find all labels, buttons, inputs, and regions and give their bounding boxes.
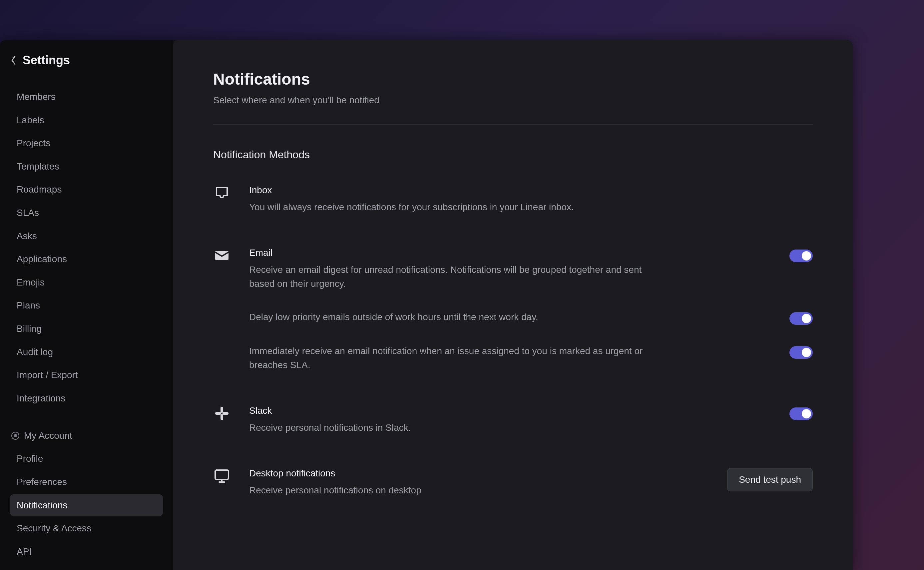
- method-slack: Slack Receive personal notifications in …: [213, 405, 813, 435]
- toggle-slack[interactable]: [789, 408, 813, 420]
- svg-rect-3: [215, 412, 221, 415]
- sidebar-item-preferences[interactable]: Preferences: [10, 471, 163, 493]
- sidebar-item-plans[interactable]: Plans: [10, 294, 163, 317]
- sidebar-item-slas[interactable]: SLAs: [10, 202, 163, 224]
- sidebar-header: Settings: [10, 53, 163, 67]
- method-desktop: Desktop notifications Receive personal n…: [213, 468, 813, 497]
- sidebar-item-integrations[interactable]: Integrations: [10, 388, 163, 409]
- method-email-urgent-desc: Immediately receive an email notificatio…: [249, 344, 669, 372]
- sidebar-item-billing[interactable]: Billing: [10, 318, 163, 340]
- toggle-email-digest[interactable]: [789, 250, 813, 262]
- inbox-icon: [213, 185, 231, 202]
- email-icon: [213, 248, 231, 265]
- section-heading: Notification Methods: [213, 149, 813, 161]
- method-desktop-title: Desktop notifications: [249, 468, 669, 479]
- sidebar-item-emojis[interactable]: Emojis: [10, 271, 163, 294]
- sidebar-section-label: My Account: [24, 431, 72, 441]
- sidebar-item-notifications[interactable]: Notifications: [10, 494, 163, 516]
- sidebar-item-asks[interactable]: Asks: [10, 225, 163, 247]
- svg-rect-5: [215, 470, 228, 480]
- page-title: Notifications: [213, 70, 813, 88]
- sidebar-item-members[interactable]: Members: [10, 86, 163, 108]
- sidebar-section-my-account: My Account: [10, 425, 163, 446]
- account-icon: [11, 432, 19, 440]
- page-subtitle: Select where and when you'll be notified: [213, 95, 813, 106]
- sidebar-item-templates[interactable]: Templates: [10, 156, 163, 178]
- desktop-icon: [213, 468, 231, 486]
- sidebar-account-list: Profile Preferences Notifications Securi…: [10, 448, 163, 562]
- svg-rect-4: [222, 412, 228, 415]
- sidebar-title: Settings: [23, 53, 70, 67]
- method-slack-title: Slack: [249, 405, 669, 416]
- sidebar-item-security-access[interactable]: Security & Access: [10, 517, 163, 539]
- sidebar-item-profile[interactable]: Profile: [10, 448, 163, 470]
- svg-rect-2: [220, 414, 223, 420]
- method-desktop-desc: Receive personal notifications on deskto…: [249, 483, 642, 497]
- divider: [213, 124, 813, 125]
- sidebar-item-audit-log[interactable]: Audit log: [10, 341, 163, 363]
- sidebar: Settings Members Labels Projects Templat…: [0, 40, 173, 570]
- back-chevron-icon[interactable]: [10, 57, 17, 64]
- svg-rect-1: [220, 407, 223, 413]
- sidebar-item-import-export[interactable]: Import / Export: [10, 364, 163, 386]
- slack-icon: [213, 405, 231, 423]
- settings-window: Settings Members Labels Projects Templat…: [0, 40, 853, 570]
- method-slack-desc: Receive personal notifications in Slack.: [249, 421, 642, 435]
- send-test-push-button[interactable]: Send test push: [727, 468, 813, 491]
- sidebar-workspace-list: Members Labels Projects Templates Roadma…: [10, 86, 163, 409]
- toggle-email-urgent[interactable]: [789, 346, 813, 359]
- method-inbox: Inbox You will always receive notificati…: [213, 185, 813, 214]
- toggle-email-delay[interactable]: [789, 312, 813, 325]
- main-content: Notifications Select where and when you'…: [173, 40, 853, 570]
- method-inbox-desc: You will always receive notifications fo…: [249, 200, 642, 214]
- sidebar-item-projects[interactable]: Projects: [10, 132, 163, 154]
- sidebar-item-applications[interactable]: Applications: [10, 248, 163, 270]
- method-email-desc: Receive an email digest for unread notif…: [249, 263, 642, 291]
- sidebar-item-labels[interactable]: Labels: [10, 109, 163, 131]
- sidebar-item-api[interactable]: API: [10, 541, 163, 563]
- method-inbox-title: Inbox: [249, 185, 813, 196]
- sidebar-item-roadmaps[interactable]: Roadmaps: [10, 179, 163, 201]
- method-email-delay-desc: Delay low priority emails outside of wor…: [249, 310, 669, 324]
- method-email: Email Receive an email digest for unread…: [213, 248, 813, 372]
- method-email-title: Email: [249, 248, 669, 258]
